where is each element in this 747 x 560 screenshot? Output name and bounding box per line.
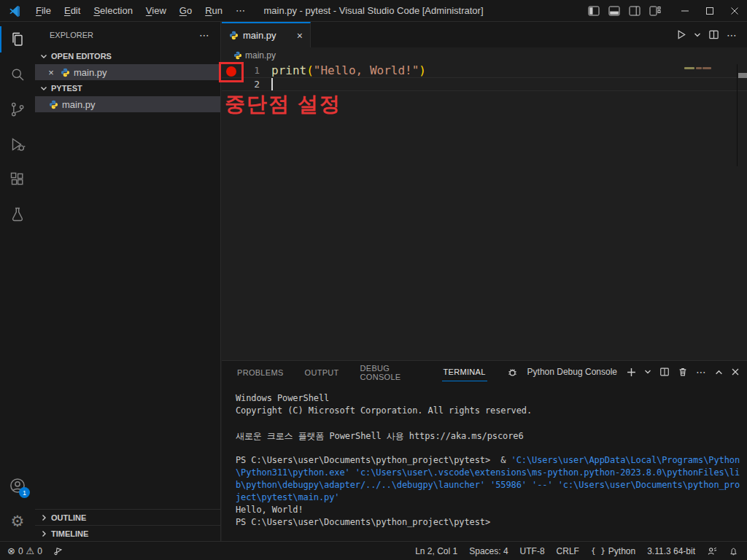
new-terminal-icon[interactable] [625,366,638,378]
chevron-down-icon [38,82,50,94]
run-dropdown-icon[interactable] [692,29,703,41]
testing-icon[interactable] [0,197,35,232]
error-count: 0 [18,546,23,556]
vscode-logo-icon [8,4,21,18]
vscode-window: File Edit Selection View Go Run ⋯ main.p… [0,0,747,560]
notifications-status[interactable] [729,546,738,556]
menu-file[interactable]: File [30,3,57,18]
terminal-output[interactable]: Windows PowerShell Copyright (C) Microso… [222,383,747,541]
cursor-position-status[interactable]: Ln 2, Col 1 [415,546,457,556]
file-item-mainpy[interactable]: main.py [35,96,220,112]
timeline-section-header[interactable]: TIMELINE [35,525,220,541]
explorer-more-actions-icon[interactable]: ⋯ [195,29,214,41]
open-editors-header[interactable]: OPEN EDITORS [35,48,220,64]
split-terminal-icon[interactable] [658,365,671,378]
terminal-line [236,418,747,430]
tab-output[interactable]: OUTPUT [303,363,341,381]
editor-actions: ⋯ [673,22,747,47]
timeline-label: TIMELINE [51,529,88,538]
minimap[interactable] [680,64,736,166]
indentation-status[interactable]: Spaces: 4 [469,546,508,556]
menu-view[interactable]: View [140,3,172,18]
open-editor-item-mainpy[interactable]: × main.py [35,64,220,80]
eol-status[interactable]: CRLF [557,546,579,556]
tab-debug-console[interactable]: DEBUG CONSOLE [359,359,424,386]
settings-gear-icon[interactable]: ⚙ [0,503,35,538]
editor-scrollbar[interactable] [737,64,747,166]
code-editor[interactable]: 1 print("Hello, World!") 2 중단점 설정 [222,63,747,360]
kill-terminal-trash-icon[interactable] [676,365,689,378]
split-editor-icon[interactable] [706,27,721,42]
folder-section-header[interactable]: PYTEST [35,80,220,96]
window-controls [584,0,747,21]
maximize-button[interactable] [697,0,722,22]
toggle-secondary-sidebar-icon[interactable] [624,0,645,22]
menu-go[interactable]: Go [174,3,198,18]
title-bar: File Edit Selection View Go Run ⋯ main.p… [0,0,747,22]
minimize-button[interactable] [673,0,697,22]
editor-more-actions-icon[interactable]: ⋯ [724,27,740,43]
accounts-badge: 1 [19,487,30,498]
panel-more-actions-icon[interactable]: ⋯ [694,365,708,379]
panel-actions: Python Debug Console ⋯ [506,365,741,379]
terminal-line: Copyright (C) Microsoft Corporation. All… [236,405,747,418]
close-window-button[interactable] [722,0,747,22]
menu-selection[interactable]: Selection [88,3,138,18]
code-text: print("Hello, World!") [271,63,426,77]
encoding-status[interactable]: UTF-8 [520,546,545,556]
terminal-line: PS C:\Users\user\Documents\python_projec… [236,517,747,529]
launch-status[interactable] [53,546,63,556]
search-icon[interactable] [0,57,35,92]
accounts-icon[interactable]: 1 [0,468,35,503]
chevron-right-icon [38,528,50,540]
debug-console-bug-icon [506,365,519,379]
explorer-icon[interactable] [0,22,35,57]
sidebar-title: EXPLORER [50,31,93,39]
terminal-line: PS C:\Users\user\Documents\python_projec… [236,455,747,467]
open-editor-filename: main.py [74,67,107,78]
explorer-sidebar: EXPLORER ⋯ OPEN EDITORS × main.py PYTEST… [35,22,221,541]
error-icon: ⊗ [7,546,15,556]
tab-mainpy[interactable]: main.py × [222,22,311,47]
customize-layout-icon[interactable] [645,0,665,22]
menu-more[interactable]: ⋯ [230,3,251,18]
python-interpreter-status[interactable]: 3.11.3 64-bit [647,546,695,556]
language-mode-status[interactable]: { } Python [591,546,635,556]
warning-icon: ⚠ [26,546,35,556]
bell-icon [729,546,738,556]
breadcrumb[interactable]: main.py [222,47,747,63]
menu-run[interactable]: Run [199,3,228,18]
menu-bar: File Edit Selection View Go Run ⋯ [30,3,251,18]
sidebar-bottom-sections: OUTLINE TIMELINE [35,509,220,541]
run-button[interactable] [673,27,689,42]
terminal-line: Hello, World! [236,505,747,517]
code-line-1: 1 print("Hello, World!") [222,63,747,77]
feedback-status[interactable] [707,546,717,556]
terminal-dropdown-icon[interactable] [643,367,653,377]
menu-edit[interactable]: Edit [58,3,86,18]
python-file-icon [61,68,70,77]
panel-header: PROBLEMS OUTPUT DEBUG CONSOLE TERMINAL P… [222,361,747,383]
outline-section-header[interactable]: OUTLINE [35,509,220,525]
terminal-line [236,443,747,455]
folder-section-label: PYTEST [51,84,82,93]
tab-terminal[interactable]: TERMINAL [442,362,487,381]
close-editor-icon[interactable]: × [45,67,57,78]
scrollbar-thumb[interactable] [738,73,747,78]
terminal-line: \Python311\python.exe' 'c:\Users\user\.v… [236,467,747,480]
toggle-primary-sidebar-icon[interactable] [584,0,604,22]
maximize-panel-icon[interactable] [713,367,724,378]
tab-problems[interactable]: PROBLEMS [236,363,285,381]
run-debug-icon[interactable] [0,127,35,162]
tab-close-icon[interactable]: × [295,30,304,42]
python-file-icon [49,100,58,109]
activity-bar: 1 ⚙ [0,22,35,541]
source-control-icon[interactable] [0,92,35,127]
problems-status[interactable]: ⊗ 0 ⚠ 0 [7,546,42,556]
outline-label: OUTLINE [51,513,86,522]
toggle-panel-icon[interactable] [604,0,624,22]
extensions-icon[interactable] [0,162,35,197]
close-panel-icon[interactable] [729,366,741,378]
terminal-profile-label[interactable]: Python Debug Console [527,367,617,377]
breakpoint-annotation-text: 중단점 설정 [225,90,341,118]
